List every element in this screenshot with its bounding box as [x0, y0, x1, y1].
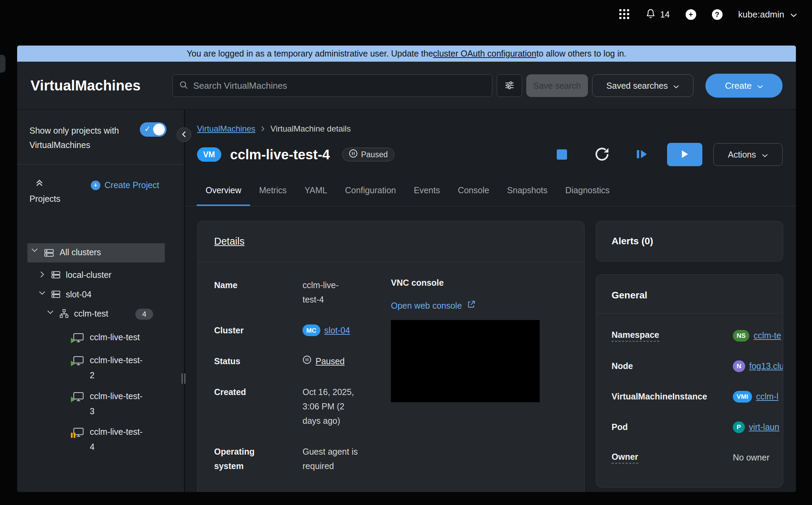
caret-down-icon — [757, 81, 763, 91]
notifications-button[interactable]: 14 — [645, 8, 670, 21]
card-divider — [596, 313, 783, 313]
tab-overview[interactable]: Overview — [197, 175, 250, 206]
namespace-link[interactable]: cclm-te — [753, 331, 781, 341]
help-button[interactable]: ? — [712, 9, 723, 20]
tree-item-cclm-live-test[interactable]: cclm-live-test — [73, 330, 184, 346]
chevron-down-icon — [30, 248, 39, 252]
details-card: Details Name cclm-live-test-4 Cluster MC… — [197, 221, 585, 492]
tab-console[interactable]: Console — [449, 175, 498, 206]
stop-button[interactable] — [557, 149, 567, 160]
details-description-list: Name cclm-live-test-4 Cluster MC slot-04… — [214, 278, 365, 490]
sidebar-divider — [17, 164, 184, 164]
project-icon — [59, 309, 69, 320]
plus-circle-icon: + — [91, 181, 100, 190]
vmi-link[interactable]: cclm-l — [756, 392, 778, 402]
double-chevron-up-icon — [35, 178, 44, 188]
tree-item-cclm-live-test-3[interactable]: cclm-live-test-3 — [73, 389, 184, 419]
app-launcher-button[interactable] — [619, 9, 629, 20]
notification-count: 14 — [660, 10, 670, 20]
check-icon: ✓ — [144, 125, 150, 134]
sidebar-collapse-button[interactable] — [177, 127, 191, 142]
page-title: VirtualMachines — [30, 77, 140, 94]
tab-configuration[interactable]: Configuration — [336, 175, 405, 206]
create-project-button[interactable]: + Create Project — [91, 180, 159, 190]
pause-circle-icon — [303, 354, 311, 368]
search-box — [172, 74, 492, 97]
cluster-icon — [51, 290, 61, 300]
toggle-knob — [153, 124, 165, 135]
question-circle-icon: ? — [712, 9, 723, 20]
tab-snapshots[interactable]: Snapshots — [498, 175, 556, 206]
tree-item-local-cluster[interactable]: local-cluster — [38, 267, 184, 284]
breadcrumb-current: VirtualMachine details — [270, 124, 350, 134]
search-input[interactable] — [193, 81, 486, 91]
saved-searches-dropdown[interactable]: Saved searches — [592, 74, 693, 97]
search-filter-button[interactable] — [497, 74, 522, 97]
actions-dropdown[interactable]: Actions — [713, 143, 783, 166]
play-button[interactable] — [667, 143, 702, 166]
card-divider — [198, 262, 584, 262]
vm-action-buttons: Actions — [557, 143, 783, 166]
detail-row-status: Status Paused — [214, 354, 365, 368]
chevron-right-icon — [261, 126, 265, 132]
node-badge: N — [733, 360, 745, 372]
tab-diagnostics[interactable]: Diagnostics — [556, 175, 618, 206]
vm-kind-badge: VM — [197, 147, 221, 162]
general-rows: Namespace NS cclm-te Node N fog13.clu — [596, 320, 783, 473]
open-web-console-link[interactable]: Open web console — [391, 300, 540, 311]
alerts-title: Alerts (0) — [612, 236, 653, 247]
general-row-pod: Pod P virt-laun — [596, 412, 783, 442]
cluster-tree: All clusters local-cluster — [17, 234, 184, 454]
pause-circle-icon — [349, 149, 358, 160]
page-toolbar: VirtualMachines Save search Saved search… — [17, 62, 796, 110]
tree-item-cclm-live-test-2[interactable]: cclm-live-test-2 — [73, 353, 184, 383]
user-menu[interactable]: kube:admin — [738, 9, 797, 20]
create-dropdown[interactable]: Create — [705, 74, 783, 98]
banner-text-prefix: You are logged in as a temporary adminis… — [187, 49, 433, 59]
status-link[interactable]: Paused — [316, 354, 345, 368]
tab-metrics[interactable]: Metrics — [250, 175, 296, 206]
owner-value: No owner — [733, 453, 770, 463]
detail-row-name: Name cclm-live-test-4 — [214, 278, 365, 307]
cluster-icon — [51, 270, 61, 281]
cluster-link[interactable]: slot-04 — [324, 323, 350, 337]
chevron-right-icon — [38, 271, 47, 278]
tab-events[interactable]: Events — [405, 175, 449, 206]
filter-sliders-icon — [504, 81, 515, 91]
save-search-button[interactable]: Save search — [526, 74, 588, 97]
resize-grip[interactable] — [182, 373, 185, 384]
details-title-link[interactable]: Details — [214, 236, 245, 247]
tab-yaml[interactable]: YAML — [296, 175, 336, 206]
console-window: You are logged in as a temporary adminis… — [17, 46, 796, 492]
general-title: General — [612, 290, 647, 301]
tree-item-cclm-test[interactable]: cclm-test 4 — [46, 306, 184, 322]
detail-row-cluster: Cluster MC slot-04 — [214, 323, 365, 337]
pod-link[interactable]: virt-laun — [749, 422, 779, 432]
app-launcher-icon — [619, 9, 629, 20]
play-icon — [681, 150, 689, 160]
external-link-icon — [467, 300, 476, 311]
quick-create-button[interactable]: + — [686, 9, 696, 20]
tree-item-all-clusters[interactable]: All clusters — [27, 243, 165, 262]
resume-icon — [636, 148, 648, 161]
vm-filter-toggle[interactable]: ✓ — [140, 122, 167, 137]
tree-item-slot-04[interactable]: slot-04 — [38, 287, 184, 303]
masthead: 14 + ? kube:admin — [0, 0, 812, 29]
alerts-card: Alerts (0) — [596, 221, 783, 261]
tree-item-cclm-live-test-4[interactable]: cclm-live-test-4 — [73, 424, 184, 454]
managed-cluster-badge: MC — [303, 324, 320, 336]
restart-button[interactable] — [594, 147, 610, 163]
node-link[interactable]: fog13.clu — [749, 361, 783, 371]
vm-paused-icon — [73, 427, 85, 438]
namespace-badge: NS — [733, 330, 749, 342]
cluster-group-icon — [43, 248, 55, 259]
collapse-all-button[interactable] — [35, 178, 44, 188]
resume-button[interactable] — [636, 148, 648, 161]
vnc-console-preview[interactable] — [391, 320, 540, 402]
general-row-owner: Owner No owner — [596, 442, 783, 473]
general-row-vmi: VirtualMachineInstance VMI cclm-l — [596, 381, 783, 412]
oauth-config-link[interactable]: cluster OAuth configuration — [433, 49, 537, 59]
detail-row-os: Operating system Guest agent is required — [214, 444, 365, 473]
drawer-handle[interactable] — [0, 55, 5, 73]
breadcrumb-virtualmachines-link[interactable]: VirtualMachines — [197, 124, 255, 134]
